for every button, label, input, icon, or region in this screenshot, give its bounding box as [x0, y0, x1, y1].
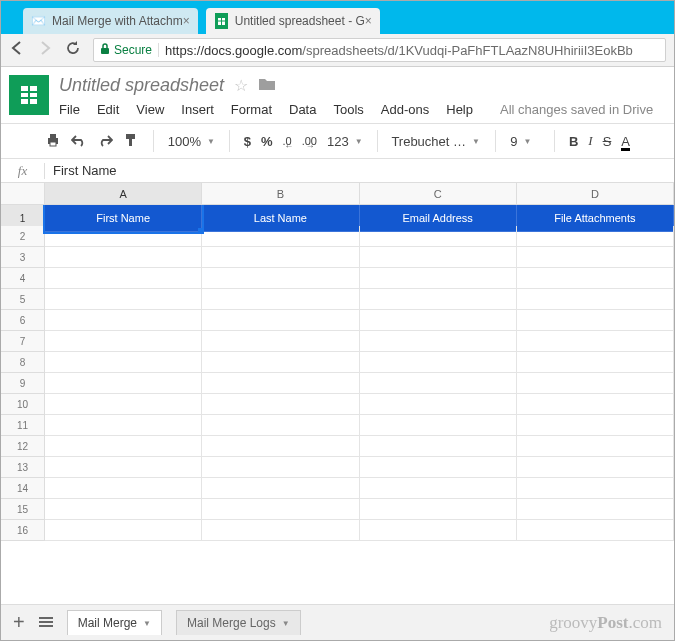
- paint-format-icon[interactable]: [123, 132, 139, 151]
- cell[interactable]: [360, 247, 517, 268]
- close-icon[interactable]: ×: [365, 14, 372, 28]
- cell[interactable]: [360, 457, 517, 478]
- bold-button[interactable]: B: [569, 134, 578, 149]
- font-select[interactable]: Trebuchet …▼: [391, 134, 481, 149]
- star-icon[interactable]: ☆: [234, 76, 248, 95]
- cell[interactable]: [45, 415, 202, 436]
- cell[interactable]: [45, 268, 202, 289]
- undo-icon[interactable]: [71, 133, 87, 150]
- cell[interactable]: [202, 268, 359, 289]
- cell[interactable]: [45, 520, 202, 541]
- menu-format[interactable]: Format: [231, 102, 272, 117]
- formula-input[interactable]: First Name: [45, 163, 117, 178]
- cell[interactable]: [45, 289, 202, 310]
- cell[interactable]: [45, 247, 202, 268]
- all-sheets-button[interactable]: [39, 614, 53, 632]
- italic-button[interactable]: I: [588, 133, 592, 149]
- folder-icon[interactable]: [258, 77, 276, 95]
- row-header[interactable]: 2: [1, 226, 45, 247]
- menu-view[interactable]: View: [136, 102, 164, 117]
- browser-tab-1[interactable]: Untitled spreadsheet - G ×: [206, 8, 380, 34]
- cell[interactable]: [360, 352, 517, 373]
- chevron-down-icon[interactable]: ▼: [143, 619, 151, 628]
- cell[interactable]: [202, 331, 359, 352]
- cell[interactable]: [517, 436, 674, 457]
- cell[interactable]: [360, 331, 517, 352]
- cell[interactable]: [202, 247, 359, 268]
- row-header[interactable]: 15: [1, 499, 45, 520]
- cell[interactable]: [360, 310, 517, 331]
- cell[interactable]: [517, 499, 674, 520]
- menu-insert[interactable]: Insert: [181, 102, 214, 117]
- browser-tab-0[interactable]: ✉️ Mail Merge with Attachm ×: [23, 8, 198, 34]
- row-header[interactable]: 5: [1, 289, 45, 310]
- format-currency[interactable]: $: [244, 134, 251, 149]
- grid-body[interactable]: 1First NameLast NameEmail AddressFile At…: [1, 205, 674, 604]
- cell[interactable]: [360, 436, 517, 457]
- cell[interactable]: [45, 478, 202, 499]
- row-header[interactable]: 12: [1, 436, 45, 457]
- back-icon[interactable]: [9, 40, 25, 60]
- cell[interactable]: [517, 520, 674, 541]
- row-header[interactable]: 4: [1, 268, 45, 289]
- format-percent[interactable]: %: [261, 134, 273, 149]
- col-header-b[interactable]: B: [202, 183, 359, 204]
- row-header[interactable]: 13: [1, 457, 45, 478]
- row-header[interactable]: 10: [1, 394, 45, 415]
- cell[interactable]: [517, 310, 674, 331]
- cell[interactable]: [45, 310, 202, 331]
- cell[interactable]: [517, 226, 674, 247]
- cell[interactable]: [45, 331, 202, 352]
- fx-icon[interactable]: fx: [1, 163, 45, 179]
- cell[interactable]: [517, 394, 674, 415]
- cell[interactable]: [202, 289, 359, 310]
- menu-tools[interactable]: Tools: [333, 102, 363, 117]
- row-header[interactable]: 9: [1, 373, 45, 394]
- cell[interactable]: [360, 499, 517, 520]
- menu-help[interactable]: Help: [446, 102, 473, 117]
- cell[interactable]: [45, 457, 202, 478]
- print-icon[interactable]: [45, 132, 61, 151]
- menu-edit[interactable]: Edit: [97, 102, 119, 117]
- cell[interactable]: [517, 268, 674, 289]
- sheet-tab-0[interactable]: Mail Merge▼: [67, 610, 162, 635]
- menu-data[interactable]: Data: [289, 102, 316, 117]
- cell[interactable]: [202, 352, 359, 373]
- select-all-corner[interactable]: [1, 183, 45, 204]
- sheet-tab-1[interactable]: Mail Merge Logs▼: [176, 610, 301, 635]
- cell[interactable]: [202, 478, 359, 499]
- cell[interactable]: [517, 331, 674, 352]
- cell[interactable]: [517, 352, 674, 373]
- cell[interactable]: [45, 394, 202, 415]
- chevron-down-icon[interactable]: ▼: [282, 619, 290, 628]
- col-header-d[interactable]: D: [517, 183, 674, 204]
- font-size-select[interactable]: 9▼: [510, 134, 540, 149]
- row-header[interactable]: 11: [1, 415, 45, 436]
- cell[interactable]: [202, 226, 359, 247]
- cell[interactable]: [517, 478, 674, 499]
- menu-file[interactable]: File: [59, 102, 80, 117]
- menu-addons[interactable]: Add-ons: [381, 102, 429, 117]
- cell[interactable]: [202, 310, 359, 331]
- cell[interactable]: [202, 394, 359, 415]
- row-header[interactable]: 14: [1, 478, 45, 499]
- doc-title[interactable]: Untitled spreadsheet: [59, 75, 224, 96]
- cell[interactable]: [360, 415, 517, 436]
- dec-decrease[interactable]: .0←: [283, 135, 292, 147]
- col-header-c[interactable]: C: [360, 183, 517, 204]
- cell[interactable]: [202, 415, 359, 436]
- cell[interactable]: [360, 520, 517, 541]
- cell[interactable]: [202, 499, 359, 520]
- cell[interactable]: [517, 415, 674, 436]
- strike-button[interactable]: S: [603, 134, 612, 149]
- cell[interactable]: [45, 499, 202, 520]
- cell[interactable]: [45, 436, 202, 457]
- cell[interactable]: [360, 373, 517, 394]
- row-header[interactable]: 6: [1, 310, 45, 331]
- dec-increase[interactable]: .00→: [302, 135, 317, 147]
- cell[interactable]: [202, 520, 359, 541]
- cell[interactable]: [360, 478, 517, 499]
- more-formats[interactable]: 123▼: [327, 134, 363, 149]
- address-bar[interactable]: Secure https://docs.google.com/spreadshe…: [93, 38, 666, 62]
- redo-icon[interactable]: [97, 133, 113, 150]
